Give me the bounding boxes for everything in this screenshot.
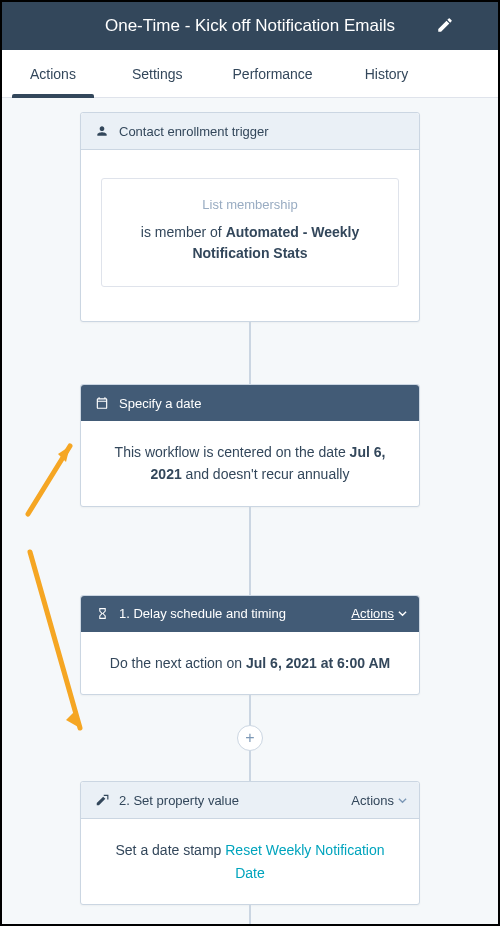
specify-date-card[interactable]: Specify a date This workflow is centered… [80, 384, 420, 507]
connector [249, 507, 251, 595]
specify-date-body: This workflow is centered on the date Ju… [81, 421, 419, 506]
workflow-title: One-Time - Kick off Notification Emails [105, 16, 395, 36]
calendar-icon [93, 394, 111, 412]
trigger-body: List membership is member of Automated -… [81, 150, 419, 321]
tab-history[interactable]: History [335, 50, 439, 97]
property-link[interactable]: Reset Weekly Notification Date [225, 842, 384, 880]
chevron-down-icon [398, 793, 407, 808]
svg-marker-1 [66, 710, 80, 728]
edit-box-icon [93, 791, 111, 809]
specify-date-title: Specify a date [119, 396, 201, 411]
tab-settings[interactable]: Settings [104, 50, 211, 97]
chevron-down-icon [398, 606, 407, 621]
svg-marker-0 [58, 446, 70, 462]
set-property-body: Set a date stamp Reset Weekly Notificati… [81, 819, 419, 904]
criteria-label: List membership [116, 197, 384, 212]
tab-actions[interactable]: Actions [2, 50, 104, 97]
delay-title: 1. Delay schedule and timing [119, 606, 286, 621]
hourglass-icon [93, 605, 111, 623]
set-property-actions-menu[interactable]: Actions [351, 793, 407, 808]
tab-performance[interactable]: Performance [211, 50, 335, 97]
delay-body: Do the next action on Jul 6, 2021 at 6:0… [81, 632, 419, 694]
delay-actions-menu[interactable]: Actions [351, 606, 407, 621]
trigger-title: Contact enrollment trigger [119, 124, 269, 139]
trigger-header: Contact enrollment trigger [81, 113, 419, 150]
delay-card[interactable]: 1. Delay schedule and timing Actions Do … [80, 595, 420, 695]
set-property-title: 2. Set property value [119, 793, 239, 808]
set-property-card[interactable]: 2. Set property value Actions Set a date… [80, 781, 420, 905]
criteria-box[interactable]: List membership is member of Automated -… [101, 178, 399, 287]
tabs: Actions Settings Performance History [2, 50, 498, 98]
connector [249, 751, 251, 781]
connector [249, 322, 251, 384]
workflow-canvas: Contact enrollment trigger List membersh… [2, 112, 498, 926]
criteria-text: is member of Automated - Weekly Notifica… [116, 222, 384, 264]
specify-date-header: Specify a date [81, 385, 419, 421]
delay-header: 1. Delay schedule and timing Actions [81, 596, 419, 632]
connector [249, 905, 251, 925]
contact-icon [93, 122, 111, 140]
enrollment-trigger-card[interactable]: Contact enrollment trigger List membersh… [80, 112, 420, 322]
set-property-header: 2. Set property value Actions [81, 782, 419, 819]
pencil-icon[interactable] [436, 16, 454, 34]
connector [249, 695, 251, 725]
workflow-header: One-Time - Kick off Notification Emails [2, 2, 498, 50]
add-action-button[interactable]: + [237, 725, 263, 751]
annotation-arrow [18, 432, 82, 522]
